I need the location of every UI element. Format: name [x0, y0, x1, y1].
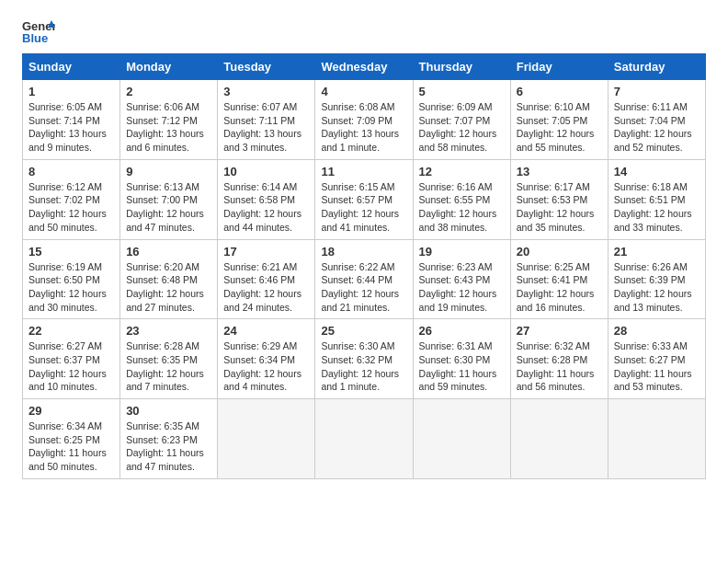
calendar-day: 22Sunrise: 6:27 AMSunset: 6:37 PMDayligh… [23, 319, 120, 399]
day-detail: Sunrise: 6:21 AMSunset: 6:46 PMDaylight:… [223, 260, 309, 315]
day-number: 30 [126, 404, 211, 418]
day-number: 16 [126, 245, 211, 259]
calendar-day: 1Sunrise: 6:05 AMSunset: 7:14 PMDaylight… [23, 80, 120, 160]
day-number: 3 [223, 85, 309, 98]
calendar-day [510, 399, 608, 479]
day-number: 24 [223, 324, 309, 338]
calendar-table: SundayMondayTuesdayWednesdayThursdayFrid… [22, 53, 706, 479]
day-number: 23 [126, 324, 211, 338]
calendar-day: 6Sunrise: 6:10 AMSunset: 7:05 PMDaylight… [510, 80, 608, 160]
calendar-day: 9Sunrise: 6:13 AMSunset: 7:00 PMDaylight… [120, 159, 218, 239]
svg-text:Blue: Blue [22, 31, 48, 44]
calendar-day: 14Sunrise: 6:18 AMSunset: 6:51 PMDayligh… [608, 159, 705, 239]
day-number: 25 [321, 324, 406, 338]
calendar-day: 16Sunrise: 6:20 AMSunset: 6:48 PMDayligh… [120, 239, 218, 319]
calendar-day: 11Sunrise: 6:15 AMSunset: 6:57 PMDayligh… [315, 159, 413, 239]
calendar-day: 10Sunrise: 6:14 AMSunset: 6:58 PMDayligh… [218, 159, 315, 239]
calendar-day: 17Sunrise: 6:21 AMSunset: 6:46 PMDayligh… [218, 239, 315, 319]
day-number: 26 [419, 324, 505, 338]
day-number: 12 [419, 165, 505, 178]
day-detail: Sunrise: 6:31 AMSunset: 6:30 PMDaylight:… [419, 339, 505, 394]
col-header-friday: Friday [510, 54, 608, 80]
day-number: 4 [321, 85, 406, 98]
day-detail: Sunrise: 6:22 AMSunset: 6:44 PMDaylight:… [321, 260, 406, 315]
calendar-day: 18Sunrise: 6:22 AMSunset: 6:44 PMDayligh… [315, 239, 413, 319]
day-detail: Sunrise: 6:07 AMSunset: 7:11 PMDaylight:… [223, 100, 309, 155]
calendar-day: 25Sunrise: 6:30 AMSunset: 6:32 PMDayligh… [315, 319, 413, 399]
day-detail: Sunrise: 6:08 AMSunset: 7:09 PMDaylight:… [321, 100, 406, 155]
day-detail: Sunrise: 6:16 AMSunset: 6:55 PMDaylight:… [419, 180, 505, 235]
day-detail: Sunrise: 6:32 AMSunset: 6:28 PMDaylight:… [517, 339, 602, 394]
calendar-body: 1Sunrise: 6:05 AMSunset: 7:14 PMDaylight… [23, 80, 706, 479]
calendar-day: 28Sunrise: 6:33 AMSunset: 6:27 PMDayligh… [608, 319, 705, 399]
day-detail: Sunrise: 6:19 AMSunset: 6:50 PMDaylight:… [28, 260, 114, 315]
day-detail: Sunrise: 6:14 AMSunset: 6:58 PMDaylight:… [223, 180, 309, 235]
calendar-day: 26Sunrise: 6:31 AMSunset: 6:30 PMDayligh… [413, 319, 510, 399]
calendar-week-row: 29Sunrise: 6:34 AMSunset: 6:25 PMDayligh… [23, 399, 706, 479]
day-number: 22 [28, 324, 114, 338]
day-detail: Sunrise: 6:30 AMSunset: 6:32 PMDaylight:… [321, 339, 406, 394]
calendar-day: 30Sunrise: 6:35 AMSunset: 6:23 PMDayligh… [120, 399, 218, 479]
day-detail: Sunrise: 6:20 AMSunset: 6:48 PMDaylight:… [126, 260, 211, 315]
calendar-week-row: 8Sunrise: 6:12 AMSunset: 7:02 PMDaylight… [23, 159, 706, 239]
day-detail: Sunrise: 6:27 AMSunset: 6:37 PMDaylight:… [28, 339, 114, 394]
calendar-day: 29Sunrise: 6:34 AMSunset: 6:25 PMDayligh… [23, 399, 120, 479]
day-number: 18 [321, 245, 406, 259]
calendar-day: 3Sunrise: 6:07 AMSunset: 7:11 PMDaylight… [218, 80, 315, 160]
day-number: 28 [614, 324, 700, 338]
col-header-saturday: Saturday [608, 54, 705, 80]
day-number: 7 [614, 85, 700, 98]
calendar-day [315, 399, 413, 479]
calendar-day: 23Sunrise: 6:28 AMSunset: 6:35 PMDayligh… [120, 319, 218, 399]
day-number: 19 [419, 245, 505, 259]
calendar-day: 21Sunrise: 6:26 AMSunset: 6:39 PMDayligh… [608, 239, 705, 319]
day-detail: Sunrise: 6:17 AMSunset: 6:53 PMDaylight:… [517, 180, 602, 235]
day-number: 13 [517, 165, 602, 178]
calendar-day: 5Sunrise: 6:09 AMSunset: 7:07 PMDaylight… [413, 80, 510, 160]
day-number: 17 [223, 245, 309, 259]
day-detail: Sunrise: 6:35 AMSunset: 6:23 PMDaylight:… [126, 419, 211, 474]
calendar-day: 27Sunrise: 6:32 AMSunset: 6:28 PMDayligh… [510, 319, 608, 399]
calendar-day [218, 399, 315, 479]
calendar-day: 19Sunrise: 6:23 AMSunset: 6:43 PMDayligh… [413, 239, 510, 319]
day-number: 14 [614, 165, 700, 178]
day-detail: Sunrise: 6:34 AMSunset: 6:25 PMDaylight:… [28, 419, 114, 474]
calendar-day: 4Sunrise: 6:08 AMSunset: 7:09 PMDaylight… [315, 80, 413, 160]
calendar-day: 15Sunrise: 6:19 AMSunset: 6:50 PMDayligh… [23, 239, 120, 319]
day-detail: Sunrise: 6:15 AMSunset: 6:57 PMDaylight:… [321, 180, 406, 235]
col-header-wednesday: Wednesday [315, 54, 413, 80]
calendar-day: 7Sunrise: 6:11 AMSunset: 7:04 PMDaylight… [608, 80, 705, 160]
day-detail: Sunrise: 6:13 AMSunset: 7:00 PMDaylight:… [126, 180, 211, 235]
day-number: 20 [517, 245, 602, 259]
day-detail: Sunrise: 6:25 AMSunset: 6:41 PMDaylight:… [517, 260, 602, 315]
day-number: 8 [28, 165, 114, 178]
day-number: 6 [517, 85, 602, 98]
calendar-day: 12Sunrise: 6:16 AMSunset: 6:55 PMDayligh… [413, 159, 510, 239]
col-header-monday: Monday [120, 54, 218, 80]
day-detail: Sunrise: 6:06 AMSunset: 7:12 PMDaylight:… [126, 100, 211, 155]
col-header-thursday: Thursday [413, 54, 510, 80]
calendar-day [413, 399, 510, 479]
calendar-day: 13Sunrise: 6:17 AMSunset: 6:53 PMDayligh… [510, 159, 608, 239]
logo-icon: General Blue [22, 18, 55, 44]
day-detail: Sunrise: 6:09 AMSunset: 7:07 PMDaylight:… [419, 100, 505, 155]
calendar-week-row: 1Sunrise: 6:05 AMSunset: 7:14 PMDaylight… [23, 80, 706, 160]
calendar-day: 8Sunrise: 6:12 AMSunset: 7:02 PMDaylight… [23, 159, 120, 239]
calendar-day [608, 399, 705, 479]
day-number: 2 [126, 85, 211, 98]
calendar-day: 24Sunrise: 6:29 AMSunset: 6:34 PMDayligh… [218, 319, 315, 399]
day-detail: Sunrise: 6:12 AMSunset: 7:02 PMDaylight:… [28, 180, 114, 235]
day-number: 15 [28, 245, 114, 259]
col-header-tuesday: Tuesday [218, 54, 315, 80]
day-detail: Sunrise: 6:29 AMSunset: 6:34 PMDaylight:… [223, 339, 309, 394]
day-number: 9 [126, 165, 211, 178]
day-number: 21 [614, 245, 700, 259]
day-detail: Sunrise: 6:23 AMSunset: 6:43 PMDaylight:… [419, 260, 505, 315]
day-number: 1 [28, 85, 114, 98]
day-detail: Sunrise: 6:33 AMSunset: 6:27 PMDaylight:… [614, 339, 700, 394]
header: General Blue [22, 18, 706, 44]
day-number: 29 [28, 404, 114, 418]
calendar-header-row: SundayMondayTuesdayWednesdayThursdayFrid… [23, 54, 706, 80]
calendar-week-row: 15Sunrise: 6:19 AMSunset: 6:50 PMDayligh… [23, 239, 706, 319]
day-number: 10 [223, 165, 309, 178]
